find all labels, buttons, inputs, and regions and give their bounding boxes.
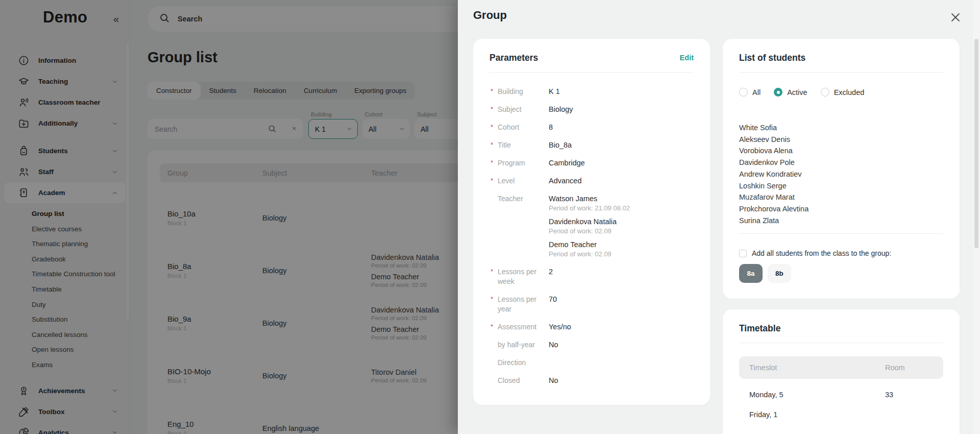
required-asterisk: * [491, 268, 493, 275]
required-asterisk: * [491, 87, 493, 95]
parameter-row: *Lessons per year70 [489, 295, 694, 314]
radio-label: Active [787, 88, 807, 97]
student-name[interactable]: Alekseev Denis [739, 134, 943, 146]
student-name[interactable]: Loshkin Serge [739, 180, 943, 192]
teacher-entries: Watson JamesPeriod of work: 21.09 08.02D… [549, 194, 630, 263]
teacher-period: Period of work: 02.09 [549, 227, 630, 235]
parameter-label: Assessment [498, 322, 549, 332]
parameter-value: 70 [549, 295, 557, 314]
parameter-label: Level [498, 176, 549, 186]
students-list: White SofiaAlekseev DenisVorobiova Alena… [739, 122, 943, 226]
radio-indicator [821, 88, 829, 97]
add-all-label: Add all students from the class to the g… [752, 249, 891, 257]
parameter-label: by half-year [498, 340, 549, 350]
parameter-label: Subject [498, 105, 549, 114]
parameters-card: Parameters Edit *BuildingK 1*SubjectBiol… [473, 39, 710, 405]
group-panel: Group Parameters Edit *BuildingK 1*Subje… [458, 0, 980, 434]
parameter-row: ClosedNo [489, 376, 694, 385]
parameter-row: *Lessons per week2 [489, 267, 694, 286]
panel-scrollbar-thumb[interactable] [974, 39, 978, 248]
class-chip-8a[interactable]: 8a [739, 264, 763, 283]
parameter-label: Lessons per year [498, 295, 549, 314]
divider [739, 343, 943, 343]
required-asterisk: * [491, 177, 493, 184]
parameter-row: *BuildingK 1 [489, 87, 694, 97]
students-filter-radios: AllActiveExcluded [739, 88, 943, 97]
parameter-label: Closed [498, 376, 549, 385]
student-name[interactable]: Muzafarov Marat [739, 191, 943, 203]
parameter-value: No [549, 340, 558, 350]
parameter-row: *SubjectBiology [489, 105, 694, 114]
panel-scrollbar[interactable] [973, 0, 980, 434]
parameter-value: Yes/no [549, 322, 571, 332]
parameter-label: Direction [498, 358, 549, 368]
timetable-card: Timetable Timeslot Room Monday, 533Frida… [723, 309, 960, 434]
radio-label: Excluded [834, 88, 865, 97]
parameter-label: Program [498, 158, 549, 168]
timetable-rows: Monday, 533Friday, 1 [739, 391, 943, 419]
parameter-value: Bio_8a [549, 140, 572, 150]
parameter-row: by half-yearNo [489, 340, 694, 350]
required-asterisk: * [491, 159, 493, 166]
add-all-row: Add all students from the class to the g… [739, 249, 943, 257]
teacher-period: Period of work: 02.09 [549, 250, 630, 258]
divider [489, 72, 694, 73]
room-cell [885, 411, 943, 419]
parameter-row: *Cohort8 [489, 123, 694, 132]
timetable-row[interactable]: Friday, 1 [739, 411, 943, 419]
parameter-value: Cambridge [549, 158, 585, 168]
class-chip-8b[interactable]: 8b [768, 264, 791, 283]
required-asterisk: * [491, 123, 493, 131]
student-name[interactable]: Vorobiova Alena [739, 145, 943, 157]
radio-indicator [774, 88, 782, 97]
parameter-label: Title [498, 140, 549, 150]
required-asterisk: * [491, 295, 493, 303]
radio-label: All [752, 88, 761, 97]
timetable-row[interactable]: Monday, 533 [739, 391, 943, 399]
student-name[interactable]: White Sofia [739, 122, 943, 134]
divider [739, 72, 943, 73]
student-name[interactable]: Surina Zlata [739, 215, 943, 227]
parameter-value: 8 [549, 123, 553, 132]
panel-title: Group [473, 9, 507, 22]
radio-excluded[interactable]: Excluded [821, 88, 865, 97]
student-name[interactable]: Davidenkov Pole [739, 157, 943, 168]
class-chips: 8a8b [739, 264, 943, 283]
radio-all[interactable]: All [739, 88, 761, 97]
radio-indicator [739, 88, 748, 97]
timeslot-cell: Friday, 1 [749, 411, 885, 419]
teacher-name: Watson James [549, 194, 630, 204]
app-root: Demo « InformationTeachingClassroom teac… [0, 0, 980, 434]
parameter-row: Direction [489, 358, 694, 368]
teacher-period: Period of work: 21.09 08.02 [549, 204, 630, 212]
timeslot-cell: Monday, 5 [749, 391, 885, 399]
room-cell: 33 [885, 391, 943, 399]
required-asterisk: * [491, 141, 493, 149]
students-heading: List of students [739, 52, 805, 64]
radio-active[interactable]: Active [774, 88, 807, 97]
parameters-rows: *BuildingK 1*SubjectBiology*Cohort8*Titl… [489, 87, 694, 385]
timetable-heading: Timetable [739, 322, 780, 334]
parameter-label: Cohort [498, 123, 549, 132]
parameter-value: K 1 [549, 87, 560, 97]
parameter-row: *LevelAdvanced [489, 176, 694, 186]
parameter-value: 2 [549, 267, 553, 286]
edit-button[interactable]: Edit [680, 54, 694, 62]
required-asterisk: * [491, 323, 493, 330]
column-header-room: Room [885, 364, 943, 372]
parameter-label: Building [498, 87, 549, 97]
parameter-row-teacher: TeacherWatson JamesPeriod of work: 21.09… [489, 194, 694, 263]
parameter-value: No [549, 376, 558, 385]
parameter-label: Lessons per week [498, 267, 549, 286]
close-icon[interactable] [949, 11, 962, 23]
teacher-name: Davidenkova Natalia [549, 217, 630, 227]
required-asterisk: * [491, 105, 493, 113]
column-header-timeslot: Timeslot [749, 364, 885, 372]
divider [739, 233, 943, 234]
parameter-row: *TitleBio_8a [489, 140, 694, 150]
student-name[interactable]: Andrew Kondratiev [739, 168, 943, 180]
student-name[interactable]: Prokchorova Alevtina [739, 203, 943, 215]
parameter-row: *ProgramCambridge [489, 158, 694, 168]
add-all-students-checkbox[interactable] [739, 250, 747, 257]
parameter-label: Teacher [498, 194, 549, 263]
